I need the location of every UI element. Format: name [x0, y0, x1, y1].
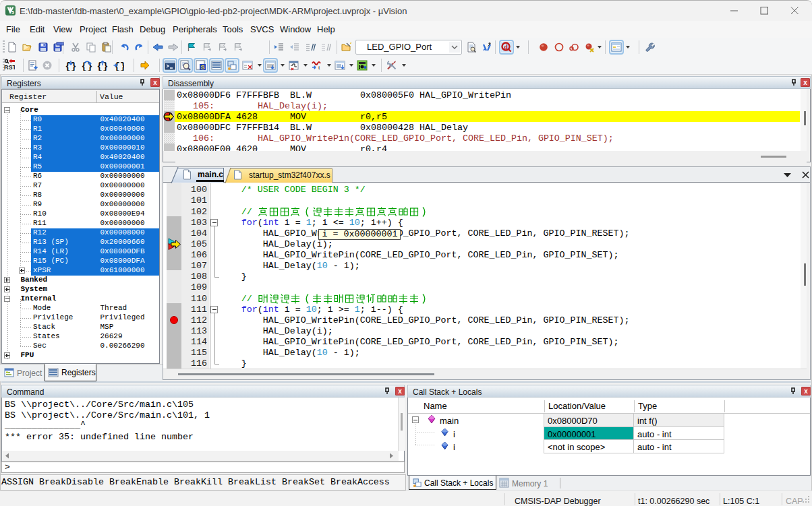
svg-text:t: t: [318, 64, 320, 71]
svg-text:d: d: [504, 43, 508, 51]
svg-text:S: S: [200, 64, 204, 71]
svg-text:5: 5: [11, 10, 14, 15]
svg-text:RST: RST: [4, 64, 15, 69]
svg-text:{}: {}: [82, 61, 92, 71]
